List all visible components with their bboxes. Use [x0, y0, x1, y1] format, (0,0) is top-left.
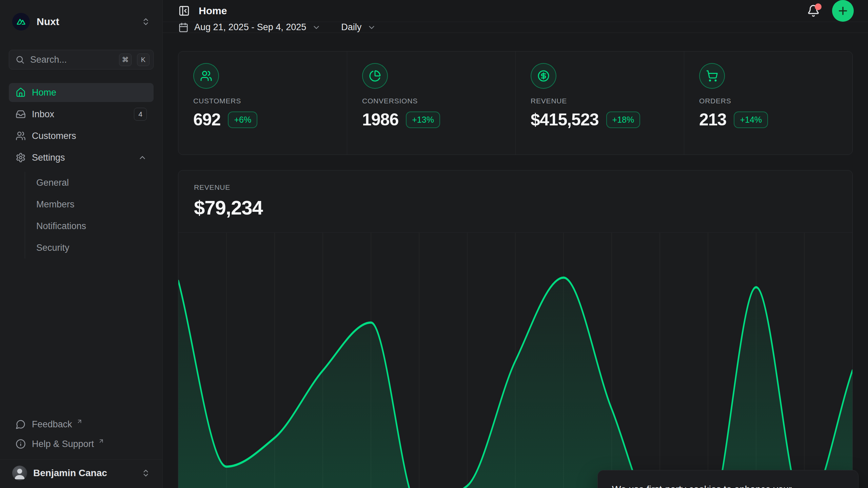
sidebar-item-label: Customers: [32, 131, 76, 141]
sidebar-nav: Home Inbox 4 Customers Settings General: [9, 83, 154, 259]
cookie-message: We use first-party cookies to enhance yo…: [612, 483, 832, 488]
gear-icon: [16, 152, 26, 163]
stat-conversions[interactable]: CONVERSIONS 1986 +13%: [347, 52, 515, 155]
stat-value: 1986: [362, 110, 398, 129]
revenue-chart-total: $79,234: [194, 196, 837, 219]
users-icon: [16, 131, 26, 141]
footer-link-label: Feedback: [32, 419, 72, 430]
date-range-value: Aug 21, 2025 - Sep 4, 2025: [194, 22, 306, 33]
chevrons-up-down-icon: [141, 17, 150, 26]
sidebar-spacer: [9, 259, 154, 414]
stat-value: 692: [193, 110, 220, 129]
avatar: [12, 466, 27, 481]
circle-dollar-icon: [537, 70, 550, 82]
chevron-down-icon: [312, 23, 321, 32]
shopping-cart-icon: [706, 70, 718, 82]
chevron-down-icon: [367, 23, 376, 32]
user-name: Benjamin Canac: [33, 468, 107, 479]
sidebar-collapse-icon[interactable]: [178, 5, 190, 17]
sidebar-item-notifications[interactable]: Notifications: [36, 215, 154, 237]
stat-label: CUSTOMERS: [193, 97, 332, 105]
stat-value: $415,523: [531, 110, 599, 129]
sidebar-item-customers[interactable]: Customers: [9, 126, 154, 145]
stat-orders[interactable]: ORDERS 213 +14%: [684, 52, 852, 155]
feedback-link[interactable]: Feedback: [9, 414, 154, 434]
app-window: Nuxt ⌘ K Home Inbox 4 Customers: [0, 0, 868, 488]
stat-delta-badge: +18%: [606, 111, 640, 128]
header-actions: [807, 0, 854, 22]
revenue-chart-card: REVENUE $79,234: [178, 170, 853, 488]
revenue-chart[interactable]: [178, 233, 852, 488]
external-link-icon: [98, 438, 104, 444]
revenue-chart-plot: [178, 232, 852, 488]
sidebar-item-general[interactable]: General: [36, 172, 154, 194]
sidebar-item-inbox[interactable]: Inbox 4: [9, 105, 154, 124]
workspace-name: Nuxt: [37, 16, 59, 27]
sidebar: Nuxt ⌘ K Home Inbox 4 Customers: [0, 0, 163, 488]
add-button[interactable]: [832, 0, 854, 22]
inbox-count-badge: 4: [134, 108, 147, 121]
cookie-banner: We use first-party cookies to enhance yo…: [597, 470, 859, 488]
help-support-link[interactable]: Help & Support: [9, 434, 154, 454]
workspace-switcher[interactable]: Nuxt: [9, 9, 154, 34]
user-menu[interactable]: Benjamin Canac: [9, 460, 154, 483]
granularity-picker[interactable]: Daily: [341, 22, 376, 33]
notification-dot: [815, 3, 822, 10]
inbox-icon: [16, 109, 26, 119]
main-area: Home Aug 21, 2025 - Sep 4, 2025: [163, 0, 868, 488]
plus-icon: [837, 5, 849, 17]
sidebar-item-label: Settings: [32, 152, 65, 163]
stat-delta-badge: +13%: [406, 111, 440, 128]
stat-customers[interactable]: CUSTOMERS 692 +6%: [178, 52, 347, 155]
revenue-chart-label: REVENUE: [194, 183, 837, 191]
chevrons-up-down-icon: [141, 469, 150, 477]
sidebar-item-label: Inbox: [32, 109, 54, 120]
info-circle-icon: [16, 439, 26, 449]
kbd-command: ⌘: [119, 54, 132, 66]
sidebar-item-settings[interactable]: Settings: [9, 148, 154, 167]
page-title: Home: [199, 5, 227, 17]
message-bubble-icon: [16, 419, 26, 429]
granularity-value: Daily: [341, 22, 361, 33]
dashboard-content: CUSTOMERS 692 +6% CONVERSIONS 1986 +13%: [163, 33, 868, 488]
date-range-picker[interactable]: Aug 21, 2025 - Sep 4, 2025: [178, 22, 321, 33]
stat-delta-badge: +14%: [734, 111, 768, 128]
sidebar-item-label: Home: [32, 87, 56, 98]
sidebar-item-security[interactable]: Security: [36, 237, 154, 259]
notifications-button[interactable]: [807, 4, 820, 17]
search-field[interactable]: [30, 55, 114, 65]
stat-label: REVENUE: [531, 97, 669, 105]
stat-value: 213: [699, 110, 726, 129]
external-link-icon: [76, 418, 83, 425]
home-icon: [16, 87, 26, 98]
chevron-up-icon: [138, 153, 147, 162]
sidebar-item-members[interactable]: Members: [36, 194, 154, 215]
stat-label: CONVERSIONS: [362, 97, 500, 105]
stat-revenue[interactable]: REVENUE $415,523 +18%: [515, 52, 684, 155]
sidebar-item-home[interactable]: Home: [9, 83, 154, 102]
nuxt-logo-icon: [12, 13, 30, 30]
page-header: Home: [163, 0, 868, 22]
users-icon: [200, 70, 212, 82]
stats-panel: CUSTOMERS 692 +6% CONVERSIONS 1986 +13%: [178, 51, 853, 155]
settings-submenu: General Members Notifications Security: [25, 172, 154, 259]
filters-toolbar: Aug 21, 2025 - Sep 4, 2025 Daily: [163, 22, 868, 33]
pie-chart-icon: [369, 70, 381, 82]
search-icon: [15, 55, 25, 64]
search-input[interactable]: ⌘ K: [9, 50, 154, 69]
stat-label: ORDERS: [699, 97, 837, 105]
kbd-k: K: [137, 54, 150, 66]
calendar-icon: [178, 22, 189, 33]
stat-delta-badge: +6%: [228, 111, 257, 128]
footer-link-label: Help & Support: [32, 439, 94, 449]
revenue-chart-header: REVENUE $79,234: [178, 170, 852, 232]
